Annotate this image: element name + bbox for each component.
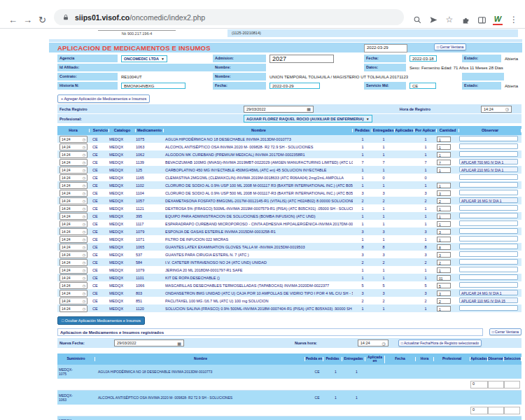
observar-input[interactable]: APLICAR 24 MG IV DIA 1 (459, 290, 518, 295)
hora-time-input[interactable]: 14:24◷ (59, 182, 88, 189)
cantidad-input[interactable]: 3 (437, 290, 451, 296)
cantidad-input[interactable]: 1 (437, 136, 451, 142)
observar-input[interactable] (459, 205, 518, 211)
hora-time-input[interactable]: 14:24◷ (59, 197, 88, 204)
cantidad-input[interactable]: 7 (437, 160, 451, 165)
admision-input[interactable]: 2027 (270, 55, 334, 63)
sidebar-icon[interactable] (477, 15, 486, 24)
hora-time-input[interactable]: 14:24◷ (59, 274, 88, 281)
observar-input[interactable] (459, 282, 518, 288)
observar-input[interactable]: APLICAR 700 MG IV DIA 1 (459, 159, 518, 164)
seleccionar-sub-checkbox[interactable] (504, 381, 520, 388)
hora-time-input[interactable]: 14:24◷ (59, 282, 88, 289)
observar-input[interactable]: APLICAR 16 MG IV DIA 1 (459, 197, 518, 203)
hora-time-input[interactable]: 14:24◷ (59, 159, 88, 166)
observar-input[interactable] (459, 236, 518, 241)
nueva-fecha-input[interactable]: 29/03/2022▦ (114, 340, 184, 346)
extension-w-icon[interactable]: W (493, 14, 503, 25)
hora-time-input[interactable]: 14:24◷ (59, 167, 88, 174)
observar-input[interactable] (459, 274, 518, 280)
title-date-input[interactable]: 2022-03-29 (364, 44, 407, 52)
cantidad-input[interactable]: 01 (437, 275, 451, 281)
back-button[interactable]: ← (6, 15, 20, 25)
observar-input[interactable] (459, 305, 518, 311)
cantidad-input[interactable]: 1 (437, 214, 451, 219)
agencia-select[interactable]: ONCOMEDIC LTDA▼ (121, 55, 167, 62)
cantidad-input[interactable]: 3 (437, 190, 451, 196)
cantidad-input[interactable]: 1 (437, 152, 451, 158)
observar-input[interactable]: APLICAR 110 MG IV DIA 15 (459, 298, 518, 303)
observar-input[interactable] (459, 190, 518, 195)
observar-input[interactable] (459, 182, 518, 188)
address-bar[interactable]: siips01.visof.co/oncomedic/index2.php (54, 9, 404, 25)
hora-time-input[interactable]: 14:24◷ (59, 151, 88, 158)
hora-time-input[interactable]: 14:24◷ (59, 144, 88, 150)
cantidad-input[interactable]: 8 (437, 244, 451, 250)
search-icon[interactable] (412, 15, 422, 24)
cantidad-input[interactable]: 1 (437, 183, 451, 188)
cantidad-input[interactable]: 1 (437, 221, 451, 227)
hora-time-input[interactable]: 14:24◷ (59, 267, 88, 274)
hora-registro-input[interactable]: 14:24◷ (481, 106, 512, 113)
cantidad-input[interactable]: 3 (437, 252, 451, 258)
observar-input[interactable] (459, 151, 518, 157)
cantidad-input[interactable]: 3 (437, 229, 451, 234)
hora-time-input[interactable]: 14:24◷ (59, 298, 88, 304)
cantidad-input[interactable]: 1 (437, 237, 451, 242)
hora-time-input[interactable]: 14:24◷ (59, 205, 88, 212)
profesional-select[interactable]: AGUIAR FLOREZ RAQUEL ROCIO (AUXILIAR DE … (244, 115, 372, 122)
fecha-registro-input[interactable]: 29/03/2022▦ (244, 106, 314, 113)
hora-time-input[interactable]: 14:24◷ (59, 244, 88, 251)
send-icon[interactable] (428, 15, 438, 24)
cantidad-input[interactable]: 1 (437, 144, 451, 150)
observar-input[interactable] (459, 259, 518, 265)
menu-dots-icon[interactable]: ⋮ (509, 15, 519, 24)
hora-time-input[interactable]: 14:24◷ (59, 136, 88, 143)
fecha-admision-input[interactable]: 2022-03-18 (410, 55, 437, 62)
cantidad-input[interactable]: 2 (437, 298, 451, 304)
forward-button[interactable]: → (20, 15, 35, 25)
fecha-historia-input[interactable]: 2022-03-29 (270, 83, 320, 89)
ocultar-aplicacion-button[interactable]: □ Ocultar Aplicación Medicamentos e Insu… (57, 316, 145, 325)
bookmark-star-icon[interactable]: ☆ (444, 15, 454, 24)
cantidad-input[interactable]: 2 (437, 198, 451, 204)
hora-time-input[interactable]: 14:24◷ (59, 236, 88, 243)
observar-input[interactable] (459, 136, 518, 141)
cantidad-input[interactable]: 2 (437, 260, 451, 265)
observar-input[interactable] (459, 144, 518, 149)
hora-time-input[interactable]: 14:24◷ (59, 174, 88, 181)
observar-sub-input[interactable] (488, 407, 504, 414)
cantidad-input[interactable]: 5 (437, 283, 451, 288)
observar-input[interactable] (459, 251, 518, 257)
observar-input[interactable] (459, 220, 518, 226)
cantidad-input[interactable]: 1 (437, 206, 451, 211)
extensions-puzzle-icon[interactable] (461, 15, 470, 24)
hora-time-input[interactable]: 14:24◷ (59, 290, 88, 297)
hora-time-input[interactable]: 14:24◷ (59, 213, 88, 220)
cantidad-input[interactable]: 1 (437, 267, 451, 273)
nueva-hora-input[interactable]: 14:24◷ (358, 340, 388, 346)
cantidad-input[interactable]: 1 (437, 306, 451, 312)
observar-sub-input[interactable] (488, 381, 504, 388)
historia-input[interactable]: BMONKHNBXG (121, 83, 186, 89)
cerrar-ventana-button-2[interactable]: □ Cerrar Ventana (489, 328, 522, 335)
reload-button[interactable]: ↻ (35, 15, 50, 25)
hora-time-input[interactable]: 14:24◷ (59, 259, 88, 266)
seleccionar-sub-checkbox[interactable] (504, 407, 520, 414)
observar-input[interactable] (459, 267, 518, 272)
hora-time-input[interactable]: 14:24◷ (59, 305, 88, 312)
hora-time-input[interactable]: 14:24◷ (59, 190, 88, 197)
hora-time-input[interactable]: 14:24◷ (59, 220, 88, 227)
agregar-aplicacion-button[interactable]: + Agregar Aplicación de Medicamentos e I… (57, 94, 150, 103)
hora-time-input[interactable]: 14:24◷ (59, 251, 88, 258)
observar-input[interactable] (459, 244, 518, 249)
hora-time-input[interactable]: 14:24◷ (59, 228, 88, 235)
observar-input[interactable] (459, 213, 518, 218)
actualizar-fecha-button[interactable]: □ Actualizar Fecha/Hora de Registro sele… (398, 340, 482, 346)
observar-input[interactable] (459, 174, 518, 180)
close-window-button[interactable]: □ Cerrar Ventana (434, 43, 466, 50)
servicio-md-input[interactable]: CE (410, 83, 436, 89)
cantidad-input[interactable]: 1 (437, 167, 451, 173)
observar-input[interactable]: APLICAR 210 MG IV DIA 1 (459, 167, 518, 172)
observar-input[interactable] (459, 228, 518, 234)
